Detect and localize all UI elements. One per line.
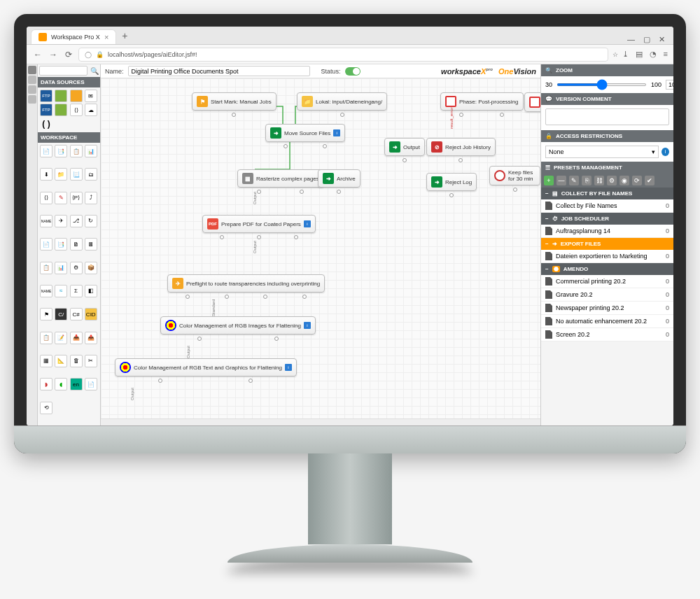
node-prepare-pdf[interactable]: PDF Prepare PDF for Coated Papers i	[202, 215, 316, 233]
status-toggle[interactable]	[345, 67, 360, 76]
preset-item-noauto[interactable]: No automatic enhancement 20.2 0	[541, 315, 673, 328]
account-icon[interactable]: ◔	[650, 50, 657, 59]
ws-tool-name2[interactable]: NAME	[40, 285, 52, 297]
rail-layout-icon[interactable]	[28, 76, 36, 84]
ws-tool-28[interactable]: ◧	[85, 285, 97, 297]
ws-tool-36[interactable]: 📤	[85, 332, 97, 344]
ws-tool-30[interactable]: C/	[55, 308, 67, 320]
ws-tool-45[interactable]: ⟲	[40, 402, 52, 414]
tab-close-icon[interactable]: ×	[104, 33, 108, 41]
ws-tool-41[interactable]: ◗	[40, 378, 52, 390]
extension-icon[interactable]: ▤	[636, 50, 643, 59]
node-keep-files[interactable]: Keep files for 30 min	[489, 166, 540, 185]
ws-tool-29[interactable]: ⚑	[40, 308, 52, 320]
info-icon[interactable]: i	[662, 148, 669, 156]
preset-remove-button[interactable]: —	[556, 176, 566, 185]
download-icon[interactable]: ⤓	[622, 50, 629, 59]
ws-tool-23[interactable]: ⚙	[70, 262, 83, 274]
tool-ftp2[interactable]: FTP	[40, 104, 52, 116]
workflow-name-input[interactable]: Digital Printing Office Documents Spot	[128, 66, 310, 76]
ws-tool-27[interactable]: Σ	[70, 285, 83, 297]
ws-tool-40[interactable]: ✂	[85, 355, 97, 367]
preset-item-gravure[interactable]: Gravure 20.2 0	[541, 288, 673, 302]
group-amendo-header[interactable]: − ⬣ Amendo	[541, 263, 673, 275]
preset-link-button[interactable]: ⛓	[594, 176, 604, 185]
node-reject-history[interactable]: ⊘ Reject Job History	[426, 138, 496, 156]
group-export-header[interactable]: − ➜ Export Files	[541, 238, 673, 250]
preset-refresh-button[interactable]: ⟳	[632, 176, 642, 185]
preset-item-export[interactable]: Dateien exportieren to Marketing 0	[541, 250, 673, 263]
ws-tool-7[interactable]: 📃	[70, 168, 83, 181]
preset-item-scheduler[interactable]: Auftragsplanung 14 0	[541, 225, 673, 238]
url-field[interactable]: ◯ 🔒 localhost/ws/pages/aiEditor.jsf#!	[78, 48, 608, 62]
ws-tool-44[interactable]: 📄	[85, 378, 97, 390]
node-start-mark[interactable]: ⚑ Start Mark: Manual Jobs	[192, 92, 276, 111]
node-cm-text[interactable]: Color Management of RGB Text and Graphic…	[115, 358, 297, 376]
horizontal-scrollbar[interactable]	[101, 418, 540, 425]
star-icon[interactable]: ☆	[612, 51, 618, 58]
menu-icon[interactable]: ≡	[664, 50, 668, 59]
rail-camera-icon[interactable]	[28, 85, 36, 94]
node-archive[interactable]: ➜ Archive	[318, 169, 360, 188]
ws-tool-17[interactable]: 📄	[40, 238, 52, 251]
tool-cloud[interactable]: ☁	[85, 104, 97, 116]
tool-folder[interactable]	[70, 90, 83, 102]
ws-tool-8[interactable]: 🗂	[85, 168, 97, 181]
ws-tool-20[interactable]: 🗏	[85, 238, 97, 251]
back-icon[interactable]: ←	[32, 50, 43, 59]
palette-header-datasources[interactable]: Data Sources	[38, 77, 100, 87]
rail-save-icon[interactable]	[28, 66, 36, 74]
ws-tool-11[interactable]: ⟨P⟩	[70, 192, 83, 204]
node-preflight[interactable]: ✈ Preflight to route transparencies incl…	[167, 274, 325, 293]
node-rasterize[interactable]: ▦ Rasterize complex pages	[237, 169, 324, 188]
minimize-icon[interactable]: —	[627, 35, 635, 44]
preset-add-button[interactable]: +	[544, 176, 554, 185]
preset-copy-button[interactable]: ⎘	[582, 176, 592, 185]
ws-tool-42[interactable]: ◖	[55, 378, 67, 390]
ws-tool-37[interactable]: ▦	[40, 355, 52, 367]
node-input-folder[interactable]: 📁 Lokal: input/Dateneingang/	[297, 92, 387, 111]
maximize-icon[interactable]: ▢	[643, 35, 650, 44]
palette-search-input[interactable]	[39, 66, 88, 76]
tool-mail[interactable]: ✉	[85, 90, 97, 102]
ws-tool-26[interactable]: ≈	[55, 285, 67, 297]
preset-pref-button[interactable]: ⚙	[607, 176, 617, 185]
ws-tool-32[interactable]: CID	[85, 308, 97, 320]
ws-tool-21[interactable]: 📋	[40, 262, 52, 274]
access-select[interactable]: None ▾	[545, 146, 659, 158]
forward-icon[interactable]: →	[48, 50, 59, 59]
ws-tool-43[interactable]: en	[70, 378, 83, 390]
ws-tool-4[interactable]: 📊	[85, 145, 97, 157]
reload-icon[interactable]: ⟳	[63, 50, 74, 59]
ws-tool-15[interactable]: ⎇	[70, 215, 83, 227]
group-collect-header[interactable]: − ▤ Collect by File Names	[541, 188, 673, 199]
node-phase-c[interactable]: Phase: C	[524, 92, 540, 112]
version-comment-input[interactable]	[545, 108, 669, 125]
preset-item-screen[interactable]: Screen 20.2 0	[541, 328, 673, 341]
node-reject-log[interactable]: ➜ Reject Log	[426, 173, 477, 191]
zoom-section-header[interactable]: 🔍 Zoom	[541, 64, 673, 76]
node-cm-images[interactable]: Color Management of RGB Images for Flatt…	[160, 316, 316, 334]
preset-item-commercial[interactable]: Commercial printing 20.2 0	[541, 275, 673, 288]
preset-view-button[interactable]: ◉	[620, 176, 629, 185]
tool-lcf[interactable]	[55, 90, 67, 102]
node-move-source[interactable]: ➜ Move Source Files i	[265, 124, 345, 142]
workflow-canvas[interactable]: ⚑ Start Mark: Manual Jobs 📁 Lokal: input…	[101, 78, 540, 418]
ws-tool-24[interactable]: 📦	[85, 262, 97, 274]
preset-item-newspaper[interactable]: Newspaper printing 20.2 0	[541, 302, 673, 315]
ws-tool-5[interactable]: ⬇	[40, 168, 52, 181]
rail-share-icon[interactable]	[28, 95, 36, 104]
ws-tool-39[interactable]: 🗑	[70, 355, 83, 367]
ws-tool-1[interactable]: 📄	[40, 145, 52, 157]
palette-header-workspace[interactable]: Workspace	[38, 132, 100, 143]
ws-tool-6[interactable]: 📁	[55, 168, 67, 181]
browser-tab[interactable]: Workspace Pro X ×	[31, 29, 116, 44]
close-window-icon[interactable]: ✕	[659, 35, 665, 44]
node-output[interactable]: ➜ Output	[384, 138, 425, 156]
ws-tool-35[interactable]: 📥	[70, 332, 83, 344]
ws-tool-9[interactable]: ⟨⟩	[40, 192, 52, 204]
ws-tool-38[interactable]: 📐	[55, 355, 67, 367]
tool-paren[interactable]: ( )	[40, 118, 52, 130]
ws-tool-33[interactable]: 📋	[40, 332, 52, 344]
search-icon[interactable]: 🔍	[90, 67, 99, 75]
